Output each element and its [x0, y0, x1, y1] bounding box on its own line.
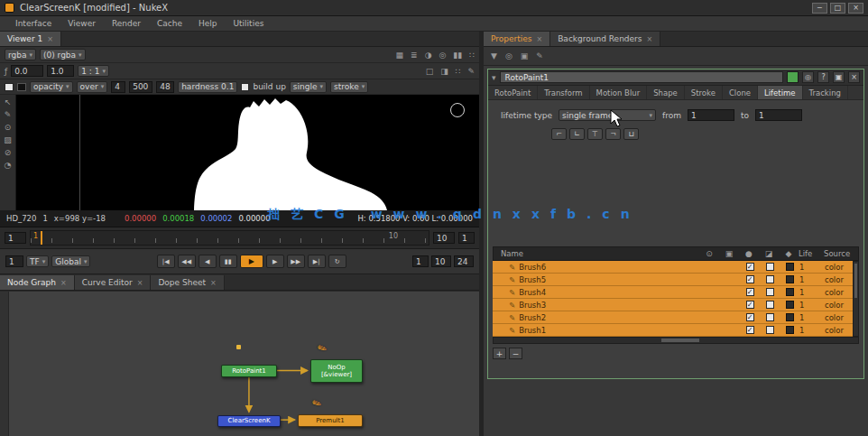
range-single-button[interactable]: ⊤ — [587, 128, 603, 140]
next-keyframe-button[interactable]: ▶▶ — [287, 255, 305, 268]
eraser-tool-icon[interactable]: ⊘ — [5, 148, 12, 157]
center-node-button[interactable]: ◎ — [802, 71, 814, 83]
menu-render[interactable]: Render — [104, 16, 149, 31]
menu-help[interactable]: Help — [190, 16, 226, 31]
step-forward-button[interactable]: ▶ — [266, 255, 284, 268]
channels-dropdown[interactable]: rgba ▾ — [5, 49, 36, 60]
lock-checkbox[interactable] — [766, 288, 774, 296]
minimize-button[interactable]: ─ — [812, 3, 827, 14]
playback-mode-dropdown[interactable]: TF ▾ — [26, 255, 49, 267]
tab-background-renders[interactable]: Background Renders × — [550, 32, 660, 46]
timeline-ruler[interactable]: 1 10 — [30, 230, 429, 246]
tab-dope-sheet[interactable]: Dope Sheet × — [151, 275, 224, 290]
blur-tool-icon[interactable]: ◔ — [5, 161, 12, 170]
node-rotopaint[interactable]: RotoPaint1 — [221, 365, 277, 377]
clone-tool-icon[interactable]: ▨ — [4, 135, 12, 144]
select-tool-icon[interactable]: ↖ — [5, 97, 12, 107]
guides-icon[interactable]: ∷ — [456, 67, 461, 76]
brush-size-field[interactable]: 4 — [111, 81, 125, 93]
tab-curve-editor[interactable]: Curve Editor × — [75, 275, 152, 290]
tab-rotopaint[interactable]: RotoPaint — [488, 86, 538, 99]
brush-tool-icon[interactable]: ⊙ — [5, 123, 12, 132]
annotate-icon[interactable]: ✎ — [467, 67, 475, 76]
tab-properties[interactable]: Properties × — [484, 32, 550, 46]
table-row[interactable]: ✎Brush4 ✓ 1 color — [493, 286, 859, 299]
visible-checkbox[interactable]: ✓ — [746, 313, 754, 321]
stroke-color-swatch[interactable] — [786, 263, 794, 271]
stroke-color-swatch[interactable] — [786, 275, 794, 283]
loop-button[interactable]: ↻ — [328, 255, 346, 268]
collapse-panel-icon[interactable]: ▾ — [492, 73, 496, 82]
stroke-color-swatch[interactable] — [786, 288, 794, 296]
range-mode-dropdown[interactable]: Global ▾ — [51, 255, 90, 267]
roi-icon[interactable]: ◎ — [439, 51, 447, 60]
pin-icon[interactable]: ◎ — [505, 51, 512, 60]
layer-dropdown[interactable]: (0) rgba ▾ — [40, 49, 86, 60]
node-graph-panel[interactable]: ✎ ✎ RotoPaint1 NoOp [&viewer] ClearScree… — [0, 291, 479, 436]
visible-checkbox[interactable]: ✓ — [746, 263, 754, 271]
goto-end-button[interactable]: ▶| — [308, 255, 326, 268]
maximize-button[interactable]: □ — [830, 3, 845, 14]
lifetime-to-field[interactable]: 1 — [755, 109, 802, 121]
close-tab-icon[interactable]: × — [47, 35, 53, 43]
range-span-button[interactable]: ⊔ — [623, 128, 639, 140]
node-color-swatch[interactable] — [787, 71, 799, 83]
close-panel-button[interactable]: × — [848, 71, 860, 83]
tab-transform[interactable]: Transform — [538, 86, 589, 99]
range-extra-field[interactable]: 1 — [458, 232, 475, 244]
proxy-icon[interactable]: ∷ — [469, 51, 475, 60]
chevron-down-icon[interactable]: ▼ — [491, 51, 497, 60]
split-wipe-icon[interactable]: ◑ — [425, 51, 432, 60]
menu-viewer[interactable]: Viewer — [60, 16, 104, 31]
table-row[interactable]: ✎Brush1 ✓ 1 color — [493, 324, 859, 337]
menu-utilities[interactable]: Utilities — [225, 16, 272, 31]
stroke-color-swatch[interactable] — [786, 313, 794, 321]
mask-overlay-icon[interactable]: ◨ — [440, 67, 448, 76]
tab-motion-blur[interactable]: Motion Blur — [590, 86, 648, 99]
close-tab-icon[interactable]: × — [60, 279, 67, 287]
lock-panels-icon[interactable]: ▣ — [521, 51, 529, 60]
hardness-dropdown[interactable]: hardness 0.1 — [178, 81, 237, 93]
close-tab-icon[interactable]: × — [536, 35, 542, 43]
current-frame-field[interactable]: 1 — [5, 232, 26, 244]
help-button[interactable]: ? — [817, 71, 829, 83]
scrollbar-handle[interactable] — [854, 264, 857, 298]
goto-start-button[interactable]: |◀ — [157, 255, 175, 268]
stroke-color-swatch[interactable] — [786, 326, 794, 334]
frame-icon[interactable]: □ — [426, 67, 434, 76]
vertical-scrollbar[interactable] — [853, 261, 859, 337]
lock-checkbox[interactable] — [766, 275, 774, 283]
buildup-checkbox[interactable] — [241, 83, 249, 91]
opacity-dropdown[interactable]: opacity ▾ — [30, 81, 73, 93]
range-start-button[interactable]: ∟ — [569, 128, 585, 140]
tab-shape[interactable]: Shape — [647, 86, 685, 99]
menu-interface[interactable]: Interface — [7, 16, 60, 31]
range-out-field[interactable]: 10 — [433, 232, 455, 244]
stop-button[interactable]: ▮▮ — [219, 255, 237, 268]
play-button[interactable]: ▶ — [240, 255, 263, 268]
zoom-dropdown[interactable]: 1 : 1 ▾ — [78, 65, 109, 77]
table-row[interactable]: ✎Brush3 ✓ 1 color — [493, 299, 859, 311]
range-in-field[interactable]: 1 — [412, 255, 429, 267]
scanline-icon[interactable]: ≣ — [411, 51, 418, 60]
table-row[interactable]: ✎Brush5 ✓ 1 color — [493, 274, 859, 286]
prev-keyframe-button[interactable]: ◀◀ — [178, 255, 196, 268]
lock-checkbox[interactable] — [766, 263, 774, 271]
menu-cache[interactable]: Cache — [149, 16, 190, 31]
table-row[interactable]: ✎Brush6 ✓ 1 color — [493, 261, 859, 274]
range-all-button[interactable]: ⌐ — [551, 128, 567, 140]
tab-clone[interactable]: Clone — [723, 86, 758, 99]
fps-field[interactable]: 24 — [454, 255, 474, 267]
range-out-field2[interactable]: 10 — [431, 255, 451, 267]
bezier-tool-icon[interactable]: ✎ — [5, 110, 12, 119]
close-tab-icon[interactable]: × — [646, 35, 652, 43]
lifetime-from-field[interactable]: 1 — [688, 109, 734, 121]
node-name-field[interactable]: RotoPaint1 — [500, 71, 783, 83]
lock-checkbox[interactable] — [766, 301, 774, 309]
foreground-swatch[interactable] — [5, 83, 14, 91]
range-end-button[interactable]: ¬ — [605, 128, 621, 140]
node-keyer[interactable]: ClearScreenK — [217, 415, 281, 427]
transport-frame-field[interactable]: 1 — [5, 255, 23, 267]
close-tab-icon[interactable]: × — [210, 279, 217, 287]
close-tab-icon[interactable]: × — [137, 279, 143, 287]
